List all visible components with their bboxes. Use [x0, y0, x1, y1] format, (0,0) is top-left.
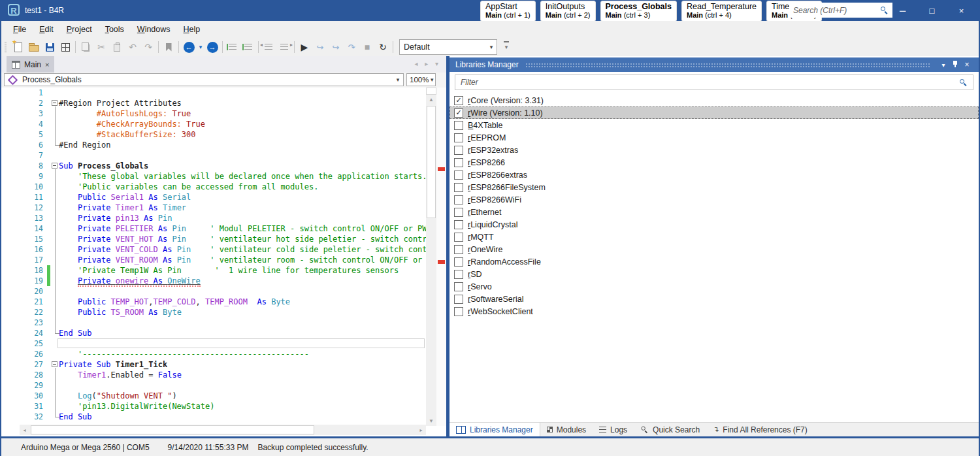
library-row-ronewire[interactable]: rOneWire	[449, 243, 979, 255]
code-line[interactable]: 6#End Region	[1, 140, 426, 150]
code-line[interactable]: 9 'These global variables will be declar…	[1, 171, 426, 182]
copy-button[interactable]	[78, 40, 93, 54]
code-editor-surface[interactable]: 12#Region Project Attributes3 #AutoFlush…	[1, 88, 426, 426]
code-line[interactable]: 10 'Public variables can be accessed fro…	[1, 182, 426, 192]
checkbox-unchecked[interactable]	[454, 183, 463, 192]
library-row-resp8266extras[interactable]: rESP8266extras	[449, 169, 979, 181]
menu-item-tools[interactable]: Tools	[99, 22, 131, 37]
checkbox-unchecked[interactable]	[454, 195, 463, 204]
library-name[interactable]: rLiquidCrystal	[468, 220, 517, 229]
code-line[interactable]: 29	[1, 380, 426, 391]
comment-button[interactable]	[225, 40, 240, 54]
redo-button[interactable]: ↷	[140, 40, 156, 54]
code-line[interactable]: 12 Private Timer1 As Timer	[1, 203, 426, 213]
menu-item-project[interactable]: Project	[60, 22, 99, 37]
code-line[interactable]: 2#Region Project Attributes	[1, 98, 426, 108]
close-tab-icon[interactable]: ×	[45, 61, 49, 69]
code-line[interactable]: 8Sub Process_Globals	[1, 161, 426, 171]
code-line[interactable]: 15 Private VENT_HOT As Pin ' ventilateur…	[1, 234, 426, 244]
fold-collapse-icon[interactable]	[52, 361, 57, 367]
new-project-button[interactable]	[10, 40, 26, 54]
checkbox-unchecked[interactable]	[454, 146, 463, 155]
restart-button[interactable]: ↻	[375, 40, 391, 54]
checkbox-unchecked[interactable]	[454, 121, 463, 130]
quickjump-process_globals[interactable]: Process_GlobalsMain (ctrl + 3)	[600, 1, 677, 22]
library-row-resp32extras[interactable]: rESP32extras	[449, 144, 979, 156]
tab-main[interactable]: Main ×	[7, 56, 54, 73]
tool-tab-logs[interactable]: Logs	[593, 423, 634, 436]
library-name[interactable]: rESP32extras	[468, 146, 518, 155]
library-row-rservo[interactable]: rServo	[449, 280, 979, 293]
checkbox-checked[interactable]: ✓	[454, 108, 463, 118]
library-name[interactable]: rEthernet	[468, 208, 501, 217]
code-line[interactable]: 16 Private VENT_COLD As Pin ' ventilateu…	[1, 244, 426, 255]
library-row-reeprom[interactable]: rEEPROM	[449, 131, 979, 144]
undo-button[interactable]: ↶	[125, 40, 140, 54]
library-row-rsd[interactable]: rSD	[449, 268, 979, 280]
tool-tab-find-all-references-f7-[interactable]: ↴Find All References (F7)	[706, 423, 814, 436]
menu-item-help[interactable]: Help	[177, 22, 207, 37]
code-line[interactable]: 17 Private VENT_ROOM As Pin ' ventilateu…	[1, 255, 426, 265]
library-name[interactable]: rServo	[468, 282, 492, 291]
checkbox-unchecked[interactable]	[454, 171, 463, 180]
uncomment-button[interactable]	[240, 40, 256, 54]
code-line[interactable]: 20	[1, 286, 426, 297]
scroll-down-icon[interactable]: ▼	[426, 416, 436, 426]
checkbox-unchecked[interactable]	[454, 233, 463, 242]
library-name[interactable]: rRandomAccessFile	[468, 257, 541, 267]
fold-collapse-icon[interactable]	[52, 100, 57, 106]
quickjump-appstart[interactable]: AppStartMain (ctrl + 1)	[480, 1, 536, 22]
library-name[interactable]: rESP8266extras	[468, 171, 527, 180]
horizontal-scrollbar-thumb[interactable]	[31, 425, 314, 434]
code-line[interactable]: 27Private Sub Timer1_Tick	[1, 359, 426, 370]
pin-icon[interactable]	[949, 60, 961, 69]
library-row-rwire[interactable]: ✓rWire (Version: 1.10)	[449, 106, 979, 119]
horizontal-scrollbar[interactable]: ◂ ▸	[20, 425, 426, 435]
sub-selector-dropdown[interactable]: Process_Globals ▾	[4, 73, 404, 86]
checkbox-unchecked[interactable]	[454, 270, 463, 279]
tab-scroll-controls[interactable]: ◂ ▸ ▾	[414, 60, 441, 67]
menu-item-windows[interactable]: Windows	[131, 22, 177, 37]
code-line[interactable]: 1	[1, 88, 426, 98]
step-over-button[interactable]: ↪	[328, 40, 344, 54]
stop-button[interactable]: ■	[359, 40, 375, 54]
open-project-button[interactable]	[26, 40, 42, 54]
vertical-scrollbar-thumb[interactable]	[427, 106, 436, 218]
checkbox-unchecked[interactable]	[454, 307, 463, 316]
panel-menu-chevron-down-icon[interactable]: ▾	[938, 61, 949, 69]
navigate-back-menu-button[interactable]: ▾	[197, 40, 204, 54]
code-line[interactable]: 13 Private pin13 As Pin	[1, 213, 426, 223]
libraries-panel-header[interactable]: Libraries Manager ▾ ×	[449, 57, 979, 72]
indent-button[interactable]	[276, 40, 292, 54]
code-line[interactable]: 25	[1, 338, 426, 349]
code-line[interactable]: 30 Log("Shutdown VENT ")	[1, 391, 426, 401]
code-line[interactable]: 24End Sub	[1, 328, 426, 338]
code-line[interactable]: 5 #StackBufferSize: 300	[1, 129, 426, 140]
quickjump-read_temperature[interactable]: Read_TemperatureMain (ctrl + 4)	[681, 1, 762, 22]
code-line[interactable]: 3 #AutoFlushLogs: True	[1, 108, 426, 119]
scroll-up-icon[interactable]: ▲	[426, 95, 436, 105]
vertical-scrollbar[interactable]: ▲ ▼	[426, 88, 436, 426]
checkbox-unchecked[interactable]	[454, 282, 463, 291]
library-row-b4xtable[interactable]: B4XTable	[449, 119, 979, 131]
checkbox-unchecked[interactable]	[454, 245, 463, 254]
menu-item-edit[interactable]: Edit	[33, 22, 60, 37]
tool-tab-quick-search[interactable]: Quick Search	[634, 423, 706, 436]
library-name[interactable]: rSoftwareSerial	[468, 295, 523, 304]
step-out-button[interactable]: ↷	[344, 40, 359, 54]
step-into-button[interactable]: ↪	[312, 40, 328, 54]
zoom-level-dropdown[interactable]: 100% ▾	[406, 73, 436, 86]
code-line[interactable]: 7	[1, 150, 426, 161]
library-name[interactable]: rCore (Version: 3.31)	[468, 96, 544, 105]
cut-button[interactable]: ✂	[93, 40, 109, 54]
code-line[interactable]: 14 Private PELETIER As Pin ' Modul PELET…	[1, 223, 426, 234]
code-line[interactable]: 19 Private onewire As OneWire	[1, 276, 426, 286]
library-name[interactable]: rWebSocketClient	[468, 307, 533, 316]
code-line[interactable]: 26 '------------------------------------…	[1, 349, 426, 359]
menu-item-file[interactable]: File	[7, 22, 33, 37]
library-row-rrandomaccessfile[interactable]: rRandomAccessFile	[449, 255, 979, 268]
toolbar-grip[interactable]	[5, 42, 7, 52]
library-row-resp8266[interactable]: rESP8266	[449, 156, 979, 169]
filter-search-icon[interactable]	[959, 78, 968, 87]
scroll-right-icon[interactable]: ▸	[416, 425, 426, 435]
